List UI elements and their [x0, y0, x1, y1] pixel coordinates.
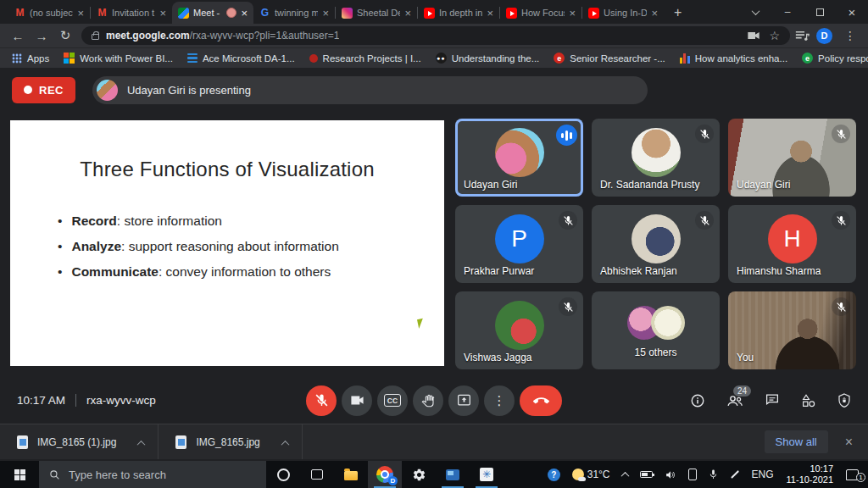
leave-call-button[interactable] — [520, 385, 562, 416]
tab-search-chevron-icon[interactable] — [739, 0, 771, 24]
tab-close-icon[interactable]: × — [77, 8, 84, 19]
media-controls-extension-icon[interactable] — [795, 30, 810, 42]
bookmark-item[interactable]: Research Projects | I... — [309, 53, 421, 64]
present-screen-button[interactable] — [448, 385, 479, 416]
profile-avatar[interactable]: D — [816, 28, 832, 44]
slide-title: Three Functions of Visualization — [10, 158, 444, 181]
close-window-button[interactable]: × — [836, 0, 868, 24]
tab-close-icon[interactable]: × — [322, 8, 329, 19]
photos-app-button[interactable] — [436, 461, 470, 488]
language-indicator[interactable]: ENG — [746, 469, 780, 480]
raise-hand-button[interactable] — [413, 385, 443, 416]
tab-youtube-3[interactable]: Using In-D… × — [582, 2, 664, 24]
participant-tile-others[interactable]: 15 others — [592, 291, 720, 369]
host-controls-button[interactable] — [837, 393, 851, 408]
instagram-icon — [342, 8, 353, 19]
download-item[interactable]: IMG_8165.jpg — [159, 424, 302, 459]
cc-icon: CC — [384, 394, 400, 407]
settings-button[interactable] — [402, 461, 436, 488]
avatar: H — [768, 214, 817, 263]
participant-tile-udayan-giri[interactable]: Udayan Giri — [455, 119, 583, 197]
task-view-button[interactable] — [300, 461, 334, 488]
tab-close-icon[interactable]: × — [487, 8, 493, 19]
tab-camera-in-use-icon[interactable] — [747, 30, 760, 41]
mic-off-icon — [832, 297, 850, 316]
browser-menu-icon[interactable]: ⋮ — [839, 29, 861, 42]
microphone-icon — [709, 469, 718, 480]
chat-button[interactable] — [765, 393, 780, 408]
new-tab-button[interactable]: + — [664, 5, 692, 24]
action-center-button[interactable]: 1 — [840, 469, 865, 480]
bookmark-item[interactable]: How analytics enha... — [680, 53, 787, 64]
bookmark-item[interactable]: Ace Microsoft DA-1... — [187, 53, 295, 64]
captions-button[interactable]: CC — [377, 385, 408, 416]
tab-instagram[interactable]: Sheetal De… × — [336, 2, 417, 24]
tray-overflow-button[interactable] — [616, 472, 634, 478]
snipping-app-button[interactable]: ✳ — [470, 461, 504, 488]
volume-button[interactable] — [659, 469, 682, 480]
bookmark-item[interactable]: e Policy responses for... — [802, 53, 868, 64]
back-button[interactable]: ← — [7, 29, 29, 43]
address-bar[interactable]: meet.google.com/rxa-wyvv-wcp?pli=1&authu… — [81, 26, 790, 45]
participant-tile-you[interactable]: You — [728, 291, 856, 369]
reload-button[interactable]: ↻ — [54, 28, 76, 43]
file-explorer-button[interactable] — [334, 461, 368, 488]
mic-off-icon — [559, 297, 577, 316]
bookmark-item[interactable]: ●● Understanding the... — [436, 53, 540, 64]
tab-youtube-1[interactable]: In depth in… × — [418, 2, 499, 24]
image-file-icon — [175, 435, 186, 449]
participant-tile-sadananda-prusty[interactable]: Dr. Sadananda Prusty — [592, 119, 720, 197]
cortana-button[interactable] — [266, 461, 300, 488]
show-all-downloads-button[interactable]: Show all — [765, 430, 828, 453]
camera-button[interactable] — [342, 385, 372, 416]
youtube-icon — [424, 8, 435, 19]
participant-tile-himanshu-sharma[interactable]: H Himanshu Sharma — [728, 205, 856, 283]
tab-youtube-2[interactable]: How Focus… × — [500, 2, 581, 24]
microphone-tray-button[interactable] — [703, 469, 724, 480]
avatar: P — [495, 214, 544, 263]
download-item[interactable]: IMG_8165 (1).jpg — [0, 424, 159, 459]
forward-button[interactable]: → — [31, 29, 53, 43]
bookmark-item[interactable]: Work with Power BI... — [64, 53, 173, 64]
download-expand-chevron-icon[interactable] — [282, 435, 288, 450]
bookmark-label: Senior Researcher -... — [570, 53, 665, 64]
participant-tile-vishwas-jagga[interactable]: Vishwas Jagga — [455, 291, 583, 369]
help-tray-button[interactable]: ? — [542, 469, 566, 481]
download-expand-chevron-icon[interactable] — [138, 435, 144, 450]
tab-close-icon[interactable]: × — [159, 8, 166, 19]
pen-tray-button[interactable] — [724, 474, 746, 475]
tab-close-icon[interactable]: × — [404, 8, 411, 19]
tab-close-icon[interactable]: × — [651, 8, 658, 19]
participant-tile-abhishek-ranjan[interactable]: Abhishek Ranjan — [592, 205, 720, 283]
tab-gmail-2[interactable]: M Invitation t… × — [91, 2, 172, 24]
folder-icon — [344, 471, 358, 480]
more-options-button[interactable]: ⋮ — [484, 385, 515, 416]
bookmark-star-icon[interactable]: ☆ — [769, 29, 780, 42]
tab-gmail-1[interactable]: M (no subject… × — [8, 2, 90, 24]
chrome-taskbar-button[interactable]: D — [368, 461, 402, 488]
participant-tile-prakhar-purwar[interactable]: P Prakhar Purwar — [455, 205, 583, 283]
maximize-button[interactable] — [804, 0, 836, 24]
bookmark-apps[interactable]: Apps — [12, 53, 49, 64]
meet-main: REC Udayan Giri is presenting Three Func… — [0, 68, 868, 424]
taskbar-clock[interactable]: 10:17 11-10-2021 — [780, 463, 840, 485]
participant-tile-udayan-giri-video[interactable]: Udayan Giri — [728, 119, 856, 197]
mic-muted-button[interactable] — [306, 385, 337, 416]
start-button[interactable] — [0, 461, 39, 488]
bookmark-item[interactable]: e Senior Researcher -... — [554, 53, 665, 64]
activities-button[interactable] — [801, 393, 816, 408]
weather-widget[interactable]: 31°C — [566, 469, 616, 480]
tab-title: Invitation t… — [112, 8, 155, 18]
close-downloads-icon[interactable]: × — [845, 435, 853, 450]
tab-close-icon[interactable]: × — [241, 8, 248, 19]
tab-google[interactable]: G twinning m… × — [253, 2, 335, 24]
taskbar-search-input[interactable]: Type here to search — [39, 461, 266, 488]
slide-bullet: Record: store information — [71, 208, 444, 234]
phone-link-button[interactable] — [682, 469, 703, 480]
participants-button[interactable]: 24 — [726, 394, 743, 408]
tab-close-icon[interactable]: × — [569, 8, 576, 19]
tab-meet-active[interactable]: Meet - × — [172, 2, 253, 24]
meeting-details-button[interactable] — [690, 393, 705, 408]
battery-button[interactable] — [634, 471, 659, 478]
minimize-button[interactable]: – — [771, 0, 804, 24]
